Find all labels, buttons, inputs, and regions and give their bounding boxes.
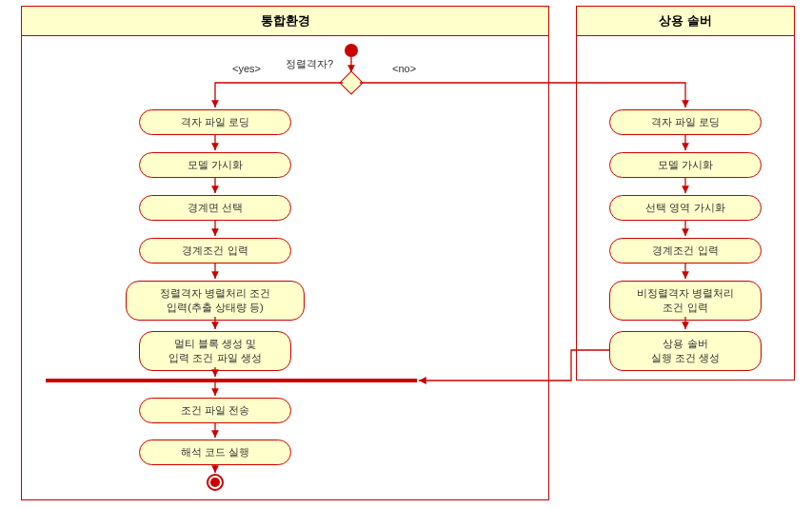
- no-label: <no>: [392, 63, 416, 74]
- activity-a6: 멀티 블록 생성 및 입력 조건 파일 생성: [139, 331, 291, 371]
- activity-b2-text: 모델 가시화: [658, 159, 713, 170]
- swimlane-integrated-title: 통합환경: [22, 7, 548, 36]
- activity-a6-line2: 입력 조건 파일 생성: [168, 352, 261, 363]
- activity-a4: 경계조건 입력: [139, 238, 291, 264]
- activity-a1: 격자 파일 로딩: [139, 109, 291, 135]
- activity-a2: 모델 가시화: [139, 152, 291, 178]
- activity-b1: 격자 파일 로딩: [609, 109, 762, 135]
- activity-b4: 경계조건 입력: [609, 238, 762, 264]
- activity-b5-line2: 조건 입력: [663, 302, 707, 313]
- activity-a7-text: 조건 파일 전송: [181, 404, 249, 416]
- activity-a6-line1: 멀티 블록 생성 및: [174, 338, 256, 349]
- activity-b3-text: 선택 영역 가시화: [645, 202, 724, 213]
- activity-b6-line1: 상용 솔버: [663, 338, 707, 349]
- activity-a4-text: 경계조건 입력: [182, 244, 248, 256]
- start-node: [345, 44, 358, 57]
- decision-label: 정렬격자?: [286, 57, 333, 71]
- activity-a5-line2: 입력(추출 상태량 등): [167, 302, 263, 313]
- activity-b6: 상용 솔버 실행 조건 생성: [609, 331, 762, 371]
- activity-b5-line1: 비정렬격자 병렬처리: [637, 287, 734, 299]
- swimlane-commercial: 상용 솔버: [576, 6, 795, 381]
- activity-a5-line1: 정렬격자 병렬처리 조건: [160, 287, 270, 299]
- activity-a3-text: 경계면 선택: [188, 202, 243, 213]
- activity-b3: 선택 영역 가시화: [609, 195, 762, 221]
- swimlane-commercial-title: 상용 솔버: [577, 7, 794, 36]
- end-node: [207, 474, 224, 491]
- activity-b5: 비정렬격자 병렬처리 조건 입력: [609, 281, 762, 321]
- sync-bar: [46, 379, 417, 382]
- activity-b4-text: 경계조건 입력: [652, 244, 718, 256]
- activity-b1-text: 격자 파일 로딩: [651, 116, 720, 127]
- activity-b2: 모델 가시화: [609, 152, 762, 178]
- activity-a2-text: 모델 가시화: [188, 159, 243, 170]
- activity-a8-text: 해석 코드 실행: [181, 446, 249, 458]
- yes-label: <yes>: [232, 63, 261, 74]
- activity-a8: 해석 코드 실행: [139, 440, 291, 465]
- activity-a5: 정렬격자 병렬처리 조건 입력(추출 상태량 등): [126, 281, 305, 321]
- activity-a7: 조건 파일 전송: [139, 398, 291, 423]
- activity-b6-line2: 실행 조건 생성: [651, 352, 720, 363]
- activity-a1-text: 격자 파일 로딩: [181, 116, 249, 127]
- activity-a3: 경계면 선택: [139, 195, 291, 221]
